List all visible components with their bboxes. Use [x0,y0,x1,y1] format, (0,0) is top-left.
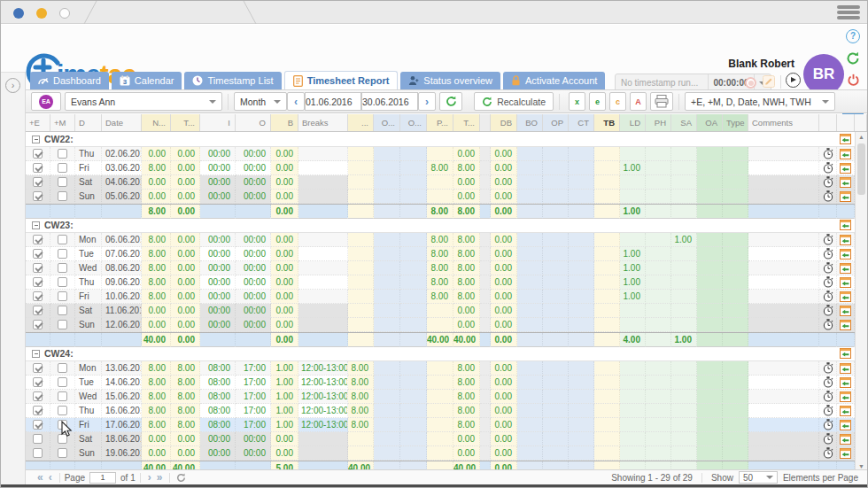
cell-m[interactable] [50,147,75,161]
cell-m[interactable] [50,161,75,175]
cell-e[interactable] [26,161,50,175]
row-checkbox-m[interactable] [58,191,67,201]
cell-m[interactable] [50,304,75,318]
column-header-sa[interactable]: SA [671,114,697,131]
next-page-button[interactable]: › [148,471,151,484]
row-checkbox-m[interactable] [58,377,67,387]
group-export-icon[interactable] [840,348,851,359]
table-row[interactable]: Sun19.06.20160.000.0000:0000:000.000.000… [26,446,855,461]
toolbar-user-avatar-button[interactable]: EA [31,92,61,111]
export-pdf-button[interactable]: A [630,92,647,111]
table-row[interactable]: Mon13.06.20168.008.0008:0017:001.0012:00… [26,361,855,376]
cell-m[interactable] [50,290,75,304]
column-header-d[interactable]: D [75,114,102,131]
row-checkbox-m[interactable] [58,406,67,415]
table-row[interactable]: Sun12.06.20160.000.0000:0000:000.000.000… [26,318,855,332]
cell-e[interactable] [26,275,50,290]
next-period-button[interactable]: › [418,92,436,111]
row-checkbox-m[interactable] [58,163,67,173]
row-checkbox-m[interactable] [58,448,67,458]
column-header-ph[interactable]: PH [646,114,671,131]
tab-calendar[interactable]: 3 Calendar [112,72,182,89]
previous-page-button[interactable]: ‹ [49,471,52,484]
table-row[interactable]: Fri10.06.20168.000.0000:0000:000.008.008… [26,290,855,304]
cell-e[interactable] [26,233,50,247]
stopwatch-action-icon[interactable] [819,318,837,332]
table-row[interactable]: Tue07.06.20168.000.0000:0000:000.008.008… [26,247,855,261]
cell-m[interactable] [50,361,75,376]
stopwatch-action-icon[interactable] [819,404,837,418]
page-number-input[interactable] [89,472,116,484]
row-checkbox-m[interactable] [58,306,67,315]
row-checkbox-m[interactable] [58,149,67,159]
stopwatch-action-icon[interactable] [819,190,837,204]
table-row[interactable]: Wed08.06.20168.000.0000:0000:000.008.008… [26,261,855,275]
table-row[interactable]: Mon06.06.20168.000.0000:0000:000.008.008… [26,233,855,247]
open-details-action-icon[interactable] [837,147,855,161]
row-checkbox-e[interactable] [33,406,43,415]
cell-e[interactable] [26,304,50,318]
tab-timestamp-list[interactable]: Timestamp List [184,72,281,89]
open-details-action-icon[interactable] [837,404,855,418]
stopwatch-action-icon[interactable] [819,418,837,432]
row-checkbox-m[interactable] [58,235,67,244]
user-select[interactable]: Evans Ann [65,92,222,111]
cell-e[interactable] [26,190,50,204]
export-xls-button[interactable]: e [589,92,606,111]
recalculate-button[interactable]: Recalculate [474,92,554,111]
collapse-group-icon[interactable] [32,221,40,229]
row-checkbox-m[interactable] [58,277,67,287]
stopwatch-action-icon[interactable] [819,304,837,318]
refresh-icon[interactable] [846,51,860,66]
first-page-button[interactable]: « [37,471,43,484]
open-details-action-icon[interactable] [837,318,855,332]
column-header-tb[interactable]: TB [594,114,620,131]
open-details-action-icon[interactable] [837,290,855,304]
traffic-light-yellow-icon[interactable] [36,8,47,19]
cell-e[interactable] [26,261,50,275]
export-xlsx-button[interactable]: x [569,92,585,111]
table-row[interactable]: Thu02.06.20160.000.0000:0000:000.000.000… [26,147,855,161]
column-header-o[interactable]: O [236,114,271,131]
cell-e[interactable] [26,432,50,446]
row-checkbox-m[interactable] [58,177,67,187]
table-row[interactable]: Wed15.06.20168.008.0008:0017:001.0012:00… [26,390,855,404]
row-checkbox-m[interactable] [58,363,67,373]
reload-report-button[interactable] [439,92,462,111]
group-export-icon[interactable] [840,134,851,144]
open-details-action-icon[interactable] [837,247,855,261]
export-csv-button[interactable]: c [609,92,626,111]
row-checkbox-e[interactable] [33,191,43,201]
column-header-p[interactable]: P... [427,114,453,131]
open-details-action-icon[interactable] [837,175,855,190]
start-timestamp-button[interactable] [786,73,801,88]
column-header-t[interactable]: T... [171,114,200,131]
cell-m[interactable] [50,275,75,290]
previous-period-button[interactable]: ‹ [287,92,305,111]
period-select[interactable]: Month [234,92,287,111]
open-details-action-icon[interactable] [837,161,855,175]
row-checkbox-m[interactable] [58,391,67,401]
stopwatch-action-icon[interactable] [819,432,837,446]
row-checkbox-e[interactable] [33,434,43,444]
open-details-action-icon[interactable] [837,261,855,275]
row-checkbox-m[interactable] [58,291,67,301]
open-details-action-icon[interactable] [837,446,855,461]
cell-e[interactable] [26,404,50,418]
cell-e[interactable] [26,175,50,190]
row-checkbox-m[interactable] [58,434,67,444]
stopwatch-action-icon[interactable] [819,275,837,290]
open-details-action-icon[interactable] [837,432,855,446]
cell-e[interactable] [26,290,50,304]
row-checkbox-e[interactable] [33,177,43,187]
collapse-group-icon[interactable] [32,136,40,143]
row-checkbox-e[interactable] [33,391,43,401]
tab-dashboard[interactable]: Dashboard [30,72,109,89]
cell-m[interactable] [50,318,75,332]
column-header-ld[interactable]: LD [620,114,646,131]
open-details-action-icon[interactable] [837,418,855,432]
stopwatch-action-icon[interactable] [819,147,837,161]
row-checkbox-e[interactable] [33,235,43,244]
cell-e[interactable] [26,446,50,461]
column-header-n[interactable]: N... [142,114,171,131]
